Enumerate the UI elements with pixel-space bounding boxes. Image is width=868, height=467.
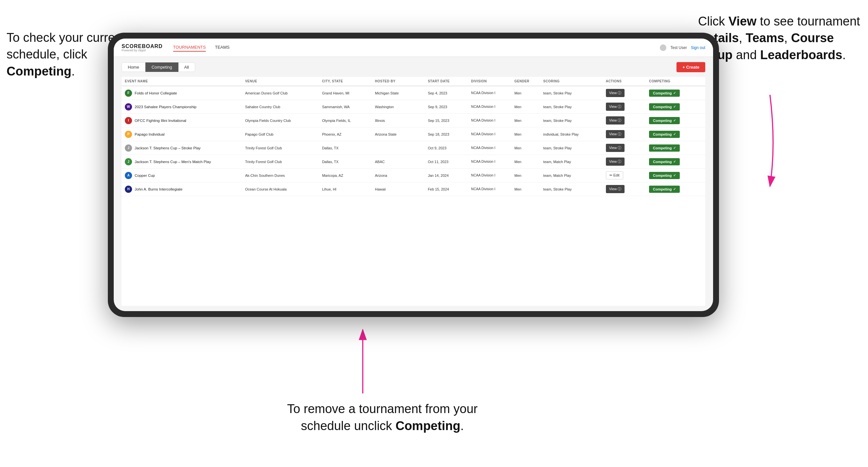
gender-cell: Men [515,146,543,150]
tab-home[interactable]: Home [122,62,146,72]
hosted-by-cell: ABAC [375,160,428,164]
competing-button[interactable]: Competing ✓ [649,90,679,97]
col-gender: GENDER [515,80,543,83]
nav-links: TOURNAMENTS TEAMS [173,43,660,52]
user-icon [660,44,666,51]
team-logo: A [125,172,132,179]
venue-cell: Ak-Chin Southern Dunes [245,174,322,178]
division-cell: NCAA Division I [471,91,515,95]
view-button[interactable]: View ⓘ [606,130,625,138]
event-name-text: John A. Burns Intercollegiate [135,187,182,191]
right-arrow [727,95,780,190]
table-rows: F Folds of Honor Collegiate American Dun… [122,86,705,196]
team-logo: H [125,186,132,193]
table-row: W 2023 Sahalee Players Championship Saha… [122,100,705,114]
hosted-by-cell: Arizona [375,174,428,178]
scoring-cell: team, Stroke Play [543,146,606,150]
event-name-text: OFCC Fighting Illini Invitational [135,119,186,123]
col-scoring: SCORING [543,80,606,83]
view-button[interactable]: View ⓘ [606,157,625,166]
scoring-cell: team, Stroke Play [543,91,606,95]
city-state-cell: Phoenix, AZ [322,132,375,136]
competing-cell: Competing ✓ [649,117,702,124]
scoreboard-logo: SCOREBOARD Powered by clippd [122,43,163,52]
action-cell: View ⓘ [606,130,649,138]
view-button[interactable]: View ⓘ [606,103,625,111]
nav-right: Test User Sign out [660,44,705,51]
start-date-cell: Feb 15, 2024 [428,187,471,191]
division-cell: NCAA Division I [471,132,515,136]
division-cell: NCAA Division I [471,146,515,150]
competing-button[interactable]: Competing ✓ [649,186,679,193]
division-cell: NCAA Division I [471,104,515,109]
city-state-cell: Maricopa, AZ [322,174,375,178]
table-row: P Papago Individual Papago Golf Club Pho… [122,127,705,141]
annotation-top-right: Click View to see tournament Details, Te… [698,13,862,63]
start-date-cell: Sep 4, 2023 [428,91,471,95]
table-row: A Copper Cup Ak-Chin Southern Dunes Mari… [122,168,705,182]
event-name-cell: P Papago Individual [125,131,245,138]
nav-teams[interactable]: TEAMS [215,43,230,52]
start-date-cell: Oct 11, 2023 [428,160,471,164]
scoring-cell: individual, Stroke Play [543,132,606,136]
view-button[interactable]: View ⓘ [606,144,625,152]
start-date-cell: Sep 18, 2023 [428,132,471,136]
venue-cell: Olympia Fields Country Club [245,119,322,123]
event-name-cell: W 2023 Sahalee Players Championship [125,103,245,111]
table-header: EVENT NAME VENUE CITY, STATE HOSTED BY S… [122,77,705,86]
competing-bottom-bold: Competing [396,419,460,433]
tab-all[interactable]: All [179,62,195,72]
view-button[interactable]: View ⓘ [606,116,625,125]
venue-cell: Trinity Forest Golf Club [245,146,322,150]
team-logo: P [125,131,132,138]
scoring-cell: team, Stroke Play [543,187,606,191]
competing-cell: Competing ✓ [649,158,702,165]
event-name-text: Copper Cup [135,174,155,178]
sign-out-link[interactable]: Sign out [691,45,705,50]
venue-cell: Sahalee Country Club [245,105,322,109]
city-state-cell: Lihue, HI [322,187,375,191]
logo-sub: Powered by clippd [122,49,163,52]
col-city-state: CITY, STATE [322,80,375,83]
tab-competing[interactable]: Competing [146,62,179,72]
table-row: J Jackson T. Stephens Cup – Stroke Play … [122,141,705,155]
scoring-cell: team, Stroke Play [543,105,606,109]
gender-cell: Men [515,174,543,178]
division-cell: NCAA Division I [471,187,515,191]
competing-cell: Competing ✓ [649,145,702,152]
hosted-by-cell: Hawaii [375,187,428,191]
bottom-arrow [354,328,371,394]
view-button[interactable]: View ⓘ [606,89,625,97]
competing-button[interactable]: Competing ✓ [649,158,679,165]
competing-button[interactable]: Competing ✓ [649,145,679,152]
team-logo: F [125,90,132,97]
venue-cell: Ocean Course At Hokuala [245,187,322,191]
event-name-cell: F Folds of Honor Collegiate [125,90,245,97]
action-cell: View ⓘ [606,116,649,125]
edit-button[interactable]: ✏ Edit [606,171,623,179]
competing-cell: Competing ✓ [649,186,702,193]
view-button[interactable]: View ⓘ [606,185,625,193]
app-nav: SCOREBOARD Powered by clippd TOURNAMENTS… [114,38,713,57]
competing-button[interactable]: Competing ✓ [649,117,679,124]
competing-button[interactable]: Competing ✓ [649,172,679,179]
division-cell: NCAA Division I [471,159,515,164]
table-row: I OFCC Fighting Illini Invitational Olym… [122,114,705,127]
event-name-cell: H John A. Burns Intercollegiate [125,186,245,193]
city-state-cell: Sammamish, WA [322,105,375,109]
event-name-cell: J Jackson T. Stephens Cup – Stroke Play [125,145,245,152]
venue-cell: American Dunes Golf Club [245,91,322,95]
competing-button[interactable]: Competing ✓ [649,103,679,111]
create-button[interactable]: + Create [677,62,705,72]
col-hosted-by: HOSTED BY [375,80,428,83]
competing-button[interactable]: Competing ✓ [649,131,679,138]
gender-cell: Men [515,160,543,164]
col-competing: COMPETING [649,80,702,83]
action-cell: View ⓘ [606,144,649,152]
tablet-frame: SCOREBOARD Powered by clippd TOURNAMENTS… [108,33,719,317]
nav-tournaments[interactable]: TOURNAMENTS [173,43,206,52]
event-name-text: Jackson T. Stephens Cup – Men's Match Pl… [135,160,211,164]
start-date-cell: Sep 15, 2023 [428,119,471,123]
team-logo: W [125,103,132,111]
city-state-cell: Dallas, TX [322,160,375,164]
